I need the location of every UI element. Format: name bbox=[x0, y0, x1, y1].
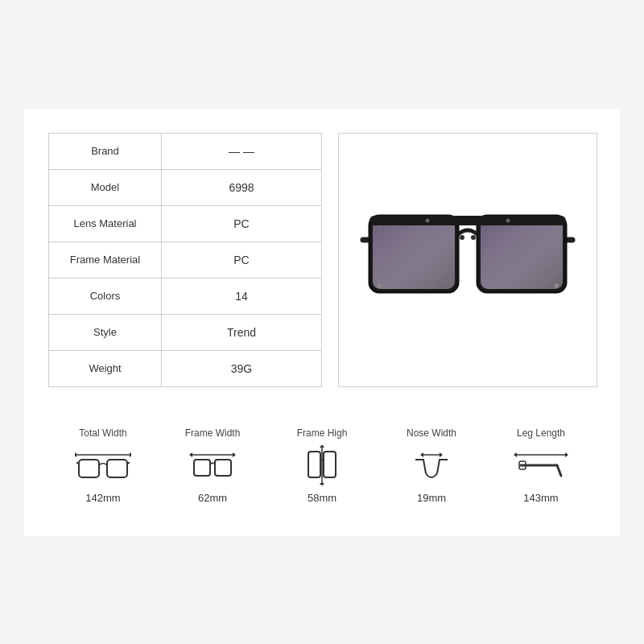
spec-value: Trend bbox=[162, 315, 321, 350]
table-row: Lens MaterialPC bbox=[49, 206, 321, 242]
table-row: StyleTrend bbox=[49, 315, 321, 351]
spec-value: 6998 bbox=[162, 170, 321, 205]
dimension-value: 19mm bbox=[417, 492, 446, 504]
dimension-label: Total Width bbox=[79, 427, 126, 439]
leg-length-icon bbox=[513, 445, 569, 485]
spec-label: Model bbox=[49, 170, 162, 205]
nose-width-icon bbox=[403, 445, 460, 485]
svg-rect-3 bbox=[481, 219, 563, 289]
dimension-item: Nose Width 19mm bbox=[383, 427, 480, 504]
table-row: Model6998 bbox=[49, 170, 321, 206]
spec-label: Style bbox=[49, 315, 162, 350]
dimension-value: 143mm bbox=[523, 492, 558, 504]
spec-value: PC bbox=[162, 206, 321, 242]
table-row: Colors14 bbox=[49, 279, 321, 315]
dimensions-section: Total Width 142mmFrame Width 62mmFrame H… bbox=[48, 419, 596, 512]
svg-point-12 bbox=[506, 218, 510, 222]
total-width-icon bbox=[75, 445, 131, 485]
svg-point-7 bbox=[377, 283, 382, 288]
svg-rect-23 bbox=[194, 460, 210, 476]
svg-line-37 bbox=[557, 465, 561, 476]
dimension-value: 142mm bbox=[85, 492, 120, 504]
dimension-item: Frame High 58mm bbox=[274, 427, 370, 504]
dimension-label: Leg Length bbox=[517, 427, 565, 439]
spec-value: — — bbox=[162, 134, 321, 169]
dimension-item: Leg Length 143mm bbox=[493, 427, 589, 504]
frame-width-icon bbox=[184, 445, 241, 485]
spec-label: Frame Material bbox=[49, 242, 162, 278]
svg-marker-32 bbox=[440, 452, 443, 457]
dimension-item: Total Width 142mm bbox=[55, 427, 151, 504]
svg-rect-17 bbox=[107, 460, 127, 477]
spec-value: PC bbox=[162, 242, 321, 278]
frame-high-icon bbox=[294, 445, 350, 485]
dimension-label: Frame High bbox=[297, 427, 348, 439]
svg-marker-27 bbox=[320, 483, 324, 485]
spec-label: Lens Material bbox=[49, 206, 162, 242]
dimension-value: 62mm bbox=[198, 492, 227, 504]
top-section: Brand— —Model6998Lens MaterialPCFrame Ma… bbox=[48, 133, 596, 387]
svg-marker-14 bbox=[75, 452, 76, 457]
dimension-value: 58mm bbox=[308, 492, 336, 504]
svg-point-4 bbox=[460, 235, 464, 240]
svg-point-11 bbox=[426, 218, 430, 222]
svg-point-9 bbox=[554, 283, 559, 288]
svg-marker-21 bbox=[189, 452, 192, 457]
svg-rect-10 bbox=[369, 216, 566, 225]
spec-label: Weight bbox=[49, 351, 162, 386]
svg-marker-15 bbox=[130, 452, 131, 457]
product-info-container: Brand— —Model6998Lens MaterialPCFrame Ma… bbox=[24, 109, 620, 536]
table-row: Weight39G bbox=[49, 351, 321, 386]
svg-rect-1 bbox=[373, 219, 455, 289]
svg-marker-26 bbox=[320, 445, 324, 448]
spec-value: 39G bbox=[162, 351, 321, 386]
dimension-item: Frame Width 62mm bbox=[164, 427, 261, 504]
product-image bbox=[355, 196, 580, 324]
dimension-label: Frame Width bbox=[185, 427, 241, 439]
svg-rect-16 bbox=[79, 460, 99, 477]
table-row: Frame MaterialPC bbox=[49, 242, 321, 279]
svg-rect-29 bbox=[324, 452, 336, 477]
svg-rect-28 bbox=[308, 452, 320, 477]
svg-rect-24 bbox=[215, 460, 231, 476]
svg-marker-35 bbox=[565, 452, 568, 457]
table-row: Brand— — bbox=[49, 134, 321, 170]
product-image-box bbox=[338, 133, 597, 387]
specs-table: Brand— —Model6998Lens MaterialPCFrame Ma… bbox=[48, 133, 322, 387]
svg-marker-31 bbox=[420, 452, 423, 457]
svg-point-5 bbox=[471, 235, 476, 240]
dimension-label: Nose Width bbox=[407, 427, 456, 439]
spec-label: Brand bbox=[49, 134, 162, 169]
svg-marker-34 bbox=[514, 452, 517, 457]
spec-value: 14 bbox=[162, 279, 321, 314]
spec-label: Colors bbox=[49, 279, 162, 314]
svg-marker-22 bbox=[233, 452, 236, 457]
